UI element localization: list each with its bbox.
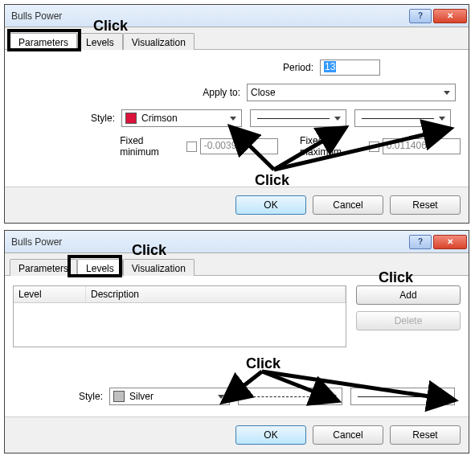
fixedmax-checkbox[interactable] xyxy=(369,142,379,152)
style-label: Style: xyxy=(73,113,121,124)
ok-button[interactable]: OK xyxy=(235,425,306,445)
tab-content: Level Description Add Delete Style: Silv… xyxy=(5,276,469,416)
style-color-select[interactable]: Silver xyxy=(109,388,230,405)
ok-button[interactable]: OK xyxy=(235,195,306,215)
chevron-down-icon xyxy=(230,117,236,121)
tab-parameters[interactable]: Parameters xyxy=(10,33,77,50)
add-button[interactable]: Add xyxy=(356,285,461,305)
button-bar: OK Cancel Reset xyxy=(5,416,469,453)
applyto-label: Apply to: xyxy=(203,87,247,98)
window-buttons: ? ✕ xyxy=(409,9,469,23)
chevron-down-icon xyxy=(218,395,224,399)
style-color-name: Crimson xyxy=(141,113,178,124)
tab-visualization[interactable]: Visualization xyxy=(123,33,195,50)
delete-button: Delete xyxy=(356,311,461,330)
fixedmin-checkbox[interactable] xyxy=(186,142,197,152)
style-line-type-select[interactable] xyxy=(250,109,346,127)
tabstrip: Parameters Levels Visualization xyxy=(5,253,469,276)
cancel-button[interactable]: Cancel xyxy=(313,425,383,445)
button-bar: OK Cancel Reset xyxy=(5,187,469,223)
applyto-select[interactable]: Close xyxy=(247,84,456,101)
tab-visualization[interactable]: Visualization xyxy=(123,259,195,276)
tabstrip: Parameters Levels Visualization xyxy=(5,27,469,50)
col-level[interactable]: Level xyxy=(14,286,86,302)
style-label: Style: xyxy=(61,391,109,402)
titlebar: Bulls Power ? ✕ xyxy=(5,5,469,27)
applyto-value: Close xyxy=(251,87,276,98)
style-color-select[interactable]: Crimson xyxy=(121,109,242,127)
help-button[interactable]: ? xyxy=(409,235,432,249)
chevron-down-icon xyxy=(334,117,341,121)
col-description[interactable]: Description xyxy=(86,286,346,302)
period-input[interactable]: 13 xyxy=(320,60,380,76)
table-body[interactable] xyxy=(14,303,346,347)
close-button[interactable]: ✕ xyxy=(433,9,467,23)
style-line-type-select[interactable] xyxy=(238,388,342,405)
chevron-down-icon xyxy=(330,395,337,399)
titlebar: Bulls Power ? ✕ xyxy=(5,231,469,253)
table-header: Level Description xyxy=(14,286,346,303)
fixedmin-label: Fixed minimum xyxy=(120,135,183,158)
chevron-down-icon xyxy=(439,117,445,121)
reset-button[interactable]: Reset xyxy=(390,195,461,215)
dialog-bulls-power-parameters: Bulls Power ? ✕ Parameters Levels Visual… xyxy=(4,4,469,224)
chevron-down-icon xyxy=(444,91,450,95)
fixedmax-input[interactable]: 0.011406 xyxy=(383,138,461,154)
close-button[interactable]: ✕ xyxy=(433,235,467,249)
dialog-bulls-power-levels: Bulls Power ? ✕ Parameters Levels Visual… xyxy=(4,230,469,453)
color-swatch xyxy=(125,113,137,124)
style-color-name: Silver xyxy=(129,391,154,402)
chevron-down-icon xyxy=(443,395,449,399)
tab-content: Period: 13 Apply to: Close Style: Crimso… xyxy=(5,50,469,187)
color-swatch xyxy=(113,391,125,402)
fixedmax-label: Fixed maximum xyxy=(300,135,366,158)
tab-levels[interactable]: Levels xyxy=(77,33,123,50)
cancel-button[interactable]: Cancel xyxy=(313,195,383,215)
fixedmin-input[interactable]: -0.003933 xyxy=(200,138,278,154)
window-title: Bulls Power xyxy=(11,10,409,22)
style-line-width-select[interactable] xyxy=(350,388,455,405)
reset-button[interactable]: Reset xyxy=(390,425,461,445)
period-label: Period: xyxy=(283,62,320,73)
tab-levels[interactable]: Levels xyxy=(77,259,123,276)
window-buttons: ? ✕ xyxy=(409,235,469,249)
tab-parameters[interactable]: Parameters xyxy=(10,259,77,276)
help-button[interactable]: ? xyxy=(409,9,432,23)
window-title: Bulls Power xyxy=(11,236,409,248)
levels-table: Level Description xyxy=(13,285,346,347)
style-line-width-select[interactable] xyxy=(354,109,451,127)
